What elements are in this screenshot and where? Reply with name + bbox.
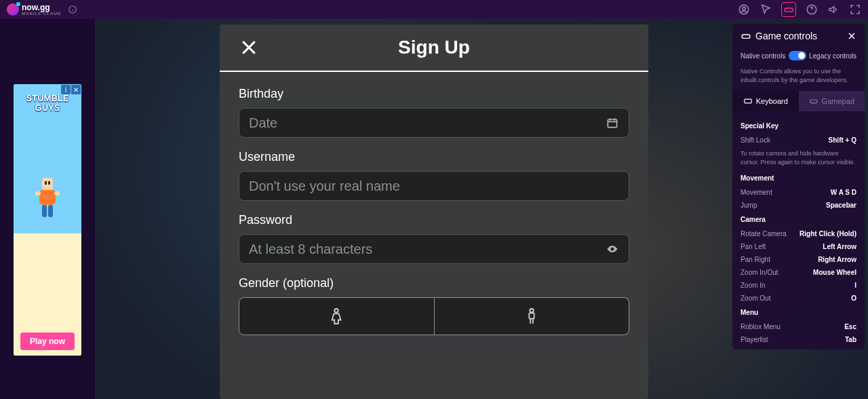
row-jump: JumpSpacebar [741,199,856,212]
svg-point-24 [335,309,339,313]
row-panleft: Pan LeftLeft Arrow [741,240,856,253]
row-fullscreen: FullscreenF11 [741,346,856,349]
svg-rect-17 [48,205,53,217]
tab-gamepad[interactable]: Gamepad [799,91,865,111]
ad-play-button[interactable]: Play now [20,332,75,350]
svg-rect-15 [54,191,60,195]
native-controls-label: Native controls [741,52,785,60]
controls-body[interactable]: Special Key Shift LockShift + Q To rotat… [732,111,865,349]
birthday-field: Birthday [239,87,629,138]
ad-title: STUMBLEGUYS [26,94,69,113]
logo-subtitle: MOBILE CLOUD [22,12,61,16]
row-zoomio: Zoom In/OutMouse Wheel [741,266,856,279]
signup-modal: Sign Up Birthday Username Password Gende… [220,24,648,399]
gender-male-button[interactable] [435,297,630,335]
svg-rect-5 [785,8,793,12]
svg-point-25 [530,309,534,313]
ad-close-icon[interactable]: ✕ [71,85,81,94]
gamepad-icon [809,96,818,106]
eye-icon[interactable] [606,242,619,256]
svg-rect-13 [39,190,56,205]
birthday-input[interactable] [249,115,606,131]
cursor-icon[interactable] [760,3,772,16]
password-field: Password [239,213,629,264]
gender-label: Gender (optional) [239,276,334,290]
special-note: To rotate camera and hide hardware curso… [741,147,856,170]
female-icon [329,307,344,326]
logo-brand: now.gg [22,3,61,12]
row-movement: MovementW A S D [741,186,856,199]
controls-description: Native Controls allows you to use the in… [732,63,865,91]
svg-rect-32 [744,99,751,103]
svg-point-4 [743,7,746,10]
section-special: Special Key [741,122,856,130]
svg-rect-14 [35,191,41,195]
svg-rect-26 [529,313,534,318]
controls-title: Game controls [755,31,817,41]
row-rotate: Rotate CameraRight Click (Hold) [741,227,856,240]
row-zoomout: Zoom OutO [741,292,856,305]
gamepad-icon[interactable] [781,2,796,17]
gender-female-button[interactable] [239,297,435,335]
male-icon [524,307,539,326]
svg-rect-12 [48,181,50,185]
birthday-label: Birthday [239,87,283,100]
section-movement: Movement [741,174,856,182]
svg-rect-10 [42,178,53,190]
ad-banner[interactable]: i ✕ STUMBLEGUYS Play now [14,84,81,356]
controls-panel: Game controls Native controls Legacy con… [732,24,865,349]
svg-rect-29 [742,35,750,38]
top-icons [738,2,861,17]
keyboard-icon [743,96,753,106]
gamepad-icon [741,31,751,41]
native-controls-toggle[interactable] [789,51,806,60]
volume-icon[interactable] [827,3,840,16]
section-camera: Camera [741,216,856,223]
row-panright: Pan RightRight Arrow [741,253,856,266]
ad-character-icon [27,174,68,222]
fullscreen-icon[interactable] [849,3,861,16]
logo[interactable]: now.gg MOBILE CLOUD [7,3,77,16]
account-icon[interactable] [738,3,750,16]
info-icon[interactable] [68,5,77,14]
row-playerlist: PlayerlistTab [741,333,856,346]
password-label: Password [239,213,292,227]
help-icon[interactable] [806,3,818,16]
row-shiftlock: Shift LockShift + Q [741,134,856,147]
svg-rect-11 [45,181,47,185]
password-input[interactable] [249,242,606,257]
username-label: Username [239,150,295,164]
close-icon[interactable] [847,31,856,41]
svg-rect-33 [810,100,817,103]
modal-title: Sign Up [259,37,609,58]
logo-icon [7,3,19,16]
username-input[interactable] [249,178,619,194]
svg-rect-16 [42,205,47,217]
row-zoomin: Zoom InI [741,279,856,292]
row-robloxmenu: Roblox MenuEsc [741,320,856,333]
top-bar: now.gg MOBILE CLOUD [0,0,868,19]
modal-header: Sign Up [220,24,648,72]
calendar-icon[interactable] [606,116,619,130]
section-menu: Menu [741,309,856,316]
close-icon[interactable] [239,37,259,58]
ad-info-icon[interactable]: i [61,85,71,94]
gender-field: Gender (optional) [239,276,629,335]
username-field: Username [239,150,629,201]
tab-keyboard[interactable]: Keyboard [732,91,799,111]
legacy-controls-label[interactable]: Legacy controls [809,52,856,60]
svg-rect-20 [608,119,616,128]
